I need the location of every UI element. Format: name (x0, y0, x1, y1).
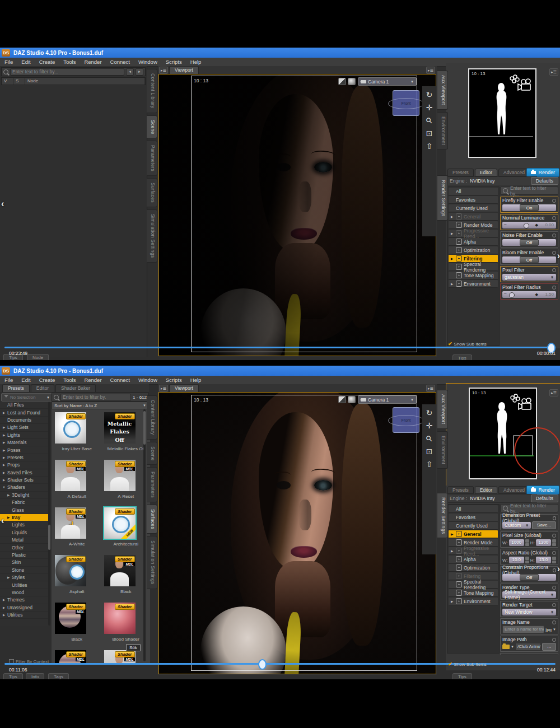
tree-item[interactable]: Fabric (0, 499, 49, 506)
tree-item[interactable]: Liquids (0, 529, 49, 536)
pane-tab[interactable]: Editor (31, 384, 54, 392)
drawstyle-icon[interactable] (348, 396, 356, 403)
render-panel-tab[interactable]: Presets (447, 486, 474, 494)
view-cube[interactable]: Front (393, 90, 419, 116)
pan-icon[interactable]: ✛ (426, 422, 433, 430)
viewport-tab[interactable]: Viewport (169, 66, 199, 74)
dock-tab[interactable]: Scene (147, 115, 157, 139)
viewport-canvas[interactable]: 10 : 13 Camera 1 ▼ Front (158, 392, 436, 674)
zoom-icon[interactable]: ⚲ (424, 433, 434, 443)
render-category[interactable]: All (449, 505, 498, 513)
folder-icon[interactable] (502, 645, 510, 649)
render-category[interactable]: ▶ Environment (449, 598, 498, 605)
render-category[interactable]: Alpha (449, 238, 498, 246)
aspect-frame-icon[interactable] (338, 78, 346, 85)
grid-scrollbar[interactable] (143, 409, 146, 661)
param-gear-icon[interactable] (552, 234, 556, 237)
context-filter-dropdown[interactable]: No Selection ▼ (1, 393, 53, 402)
menu-item[interactable]: Render (84, 59, 101, 65)
expand-arrow-icon[interactable]: ▶ (2, 606, 6, 609)
engine-selector[interactable]: Engine : NVIDIA Iray ▼ (446, 176, 537, 185)
tree-item[interactable]: Wood (0, 589, 49, 596)
render-button[interactable]: Render (526, 486, 559, 494)
menu-item[interactable]: Create (39, 377, 55, 383)
render-category[interactable]: Alpha (449, 556, 498, 563)
expand-arrow-icon[interactable]: ▶ (2, 449, 6, 452)
stepper[interactable] (525, 557, 529, 563)
shader-thumbnail[interactable]: ☝ Shader MDL A-White (55, 507, 96, 554)
param-gear-icon[interactable] (552, 603, 556, 607)
expand-arrow-icon[interactable]: ▶ (2, 471, 6, 474)
render-category[interactable]: Optimization (449, 564, 498, 572)
camera-selector[interactable]: Camera 1 ▼ (358, 77, 417, 86)
menu-item[interactable]: Create (39, 59, 55, 65)
tree-item[interactable]: ▶ Lost and Found (0, 409, 49, 416)
render-panel-tab[interactable]: Editor (475, 486, 497, 494)
render-category[interactable]: ▶ Progressive Rend... (449, 547, 498, 555)
tree-item[interactable]: ▶ Lights (0, 432, 49, 439)
render-category[interactable]: Spectral Rendering (449, 263, 498, 271)
dock-tab[interactable]: Surfaces (147, 505, 157, 534)
stepper[interactable] (552, 539, 556, 546)
tags-button[interactable]: Tags (48, 673, 69, 679)
expand-arrow-icon[interactable]: ▶ (2, 433, 6, 437)
dock-tab[interactable]: Render Settings (437, 493, 448, 538)
menu-item[interactable]: Help (190, 377, 202, 383)
tree-item[interactable]: ▶ Utilities (0, 612, 49, 619)
tree-item[interactable]: Metal (0, 536, 49, 544)
tree-item[interactable]: Lights (0, 521, 49, 529)
menu-item[interactable]: Edit (21, 59, 30, 65)
expand-arrow-icon[interactable]: ▶ (451, 600, 454, 603)
zoom-icon[interactable]: ⚲ (424, 115, 434, 125)
expand-arrow-icon[interactable]: ▶ (2, 426, 6, 429)
tree-item[interactable]: ▶ Iray (0, 514, 49, 521)
panel-menu-icon[interactable]: ▸☰ (426, 67, 435, 74)
render-category[interactable]: Favorites (449, 196, 498, 204)
dock-tab[interactable]: Simulation Settings (147, 536, 157, 589)
viewport-canvas[interactable]: 10 : 13 Camera 1 ▼ Front (158, 74, 436, 356)
toggle-control[interactable]: Off (502, 256, 556, 263)
render-category[interactable]: ▶ General (449, 213, 498, 221)
param-gear-icon[interactable] (552, 586, 556, 590)
stepper[interactable] (525, 539, 529, 546)
menu-item[interactable]: File (4, 59, 13, 65)
render-category[interactable]: ▶ Progressive Rend... (449, 230, 498, 237)
pan-icon[interactable]: ✛ (426, 104, 433, 111)
shader-thumbnail[interactable]: Metallic Flakes Off Shader !Metallic Fla… (104, 412, 145, 459)
dock-tab[interactable]: Environment (437, 431, 448, 469)
param-gear-icon[interactable] (552, 620, 556, 624)
render-category[interactable]: ▶ Environment (449, 280, 498, 288)
dock-tab[interactable]: Aux Viewport (437, 390, 448, 429)
render-category[interactable]: Favorites (449, 514, 498, 521)
chevron-down-icon[interactable]: ▼ (553, 628, 556, 631)
shader-thumbnail[interactable]: Shader Blood Shader (104, 602, 145, 650)
render-category[interactable]: Tone Mapping (449, 272, 498, 279)
expand-arrow-icon[interactable]: ▶ (2, 441, 6, 444)
tree-item[interactable]: ▶ Themes (0, 596, 49, 604)
tree-item[interactable]: Documents (0, 417, 49, 424)
toggle-control[interactable]: On (502, 204, 556, 211)
toggle-control[interactable]: Off (502, 574, 556, 581)
image-name-input[interactable]: Enter a name for the im... (502, 626, 544, 633)
shader-thumbnail[interactable]: Shader Asphalt (55, 554, 96, 602)
tree-item[interactable]: Skin (0, 559, 49, 566)
tree-item[interactable]: ▶ Shader Sets (0, 477, 49, 484)
expand-arrow-icon[interactable]: ▶ (2, 598, 6, 601)
tree-item[interactable]: ▶ Styles (0, 574, 49, 581)
panel-menu-icon[interactable]: ▸☰ (159, 67, 168, 74)
title-bar[interactable]: DS DAZ Studio 4.10 Pro - Bonus1.duf (0, 366, 560, 376)
node-button[interactable]: Node (27, 354, 49, 360)
menu-item[interactable]: File (4, 377, 13, 383)
frame-icon[interactable]: ⊡ (426, 129, 433, 137)
tree-item[interactable]: Utilities (0, 581, 49, 589)
menu-item[interactable]: Connect (110, 377, 130, 383)
chevron-down-icon[interactable]: ▼ (511, 645, 514, 648)
expand-arrow-icon[interactable]: ▶ (2, 411, 6, 414)
engine-selector[interactable]: Engine : NVIDIA Iray ▼ (446, 494, 537, 503)
content-search-input[interactable]: Enter text to filter by. (60, 394, 131, 401)
menu-item[interactable]: Tools (63, 59, 76, 65)
image-path-value[interactable]: /Club Anim/test (515, 643, 541, 651)
param-gear-icon[interactable] (553, 568, 556, 572)
tree-item[interactable]: ▶ Saved Files (0, 469, 49, 477)
param-gear-icon[interactable] (552, 534, 556, 538)
